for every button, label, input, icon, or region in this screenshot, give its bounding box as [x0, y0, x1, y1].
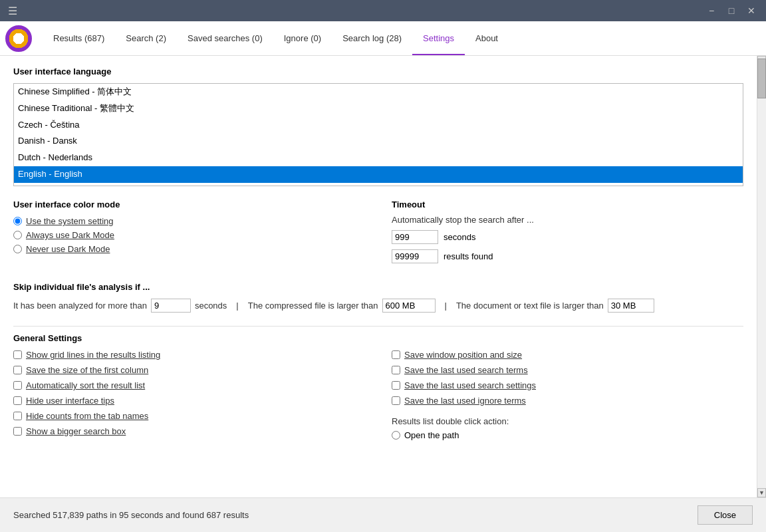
scrollbar[interactable]: ▲ ▼: [757, 56, 766, 497]
skip-document-label: The document or text file is larger than: [456, 301, 604, 311]
dbl-click-option-open_path: Open the path: [392, 430, 743, 440]
scroll-down-arrow[interactable]: ▼: [757, 488, 766, 497]
color-mode-label-dark[interactable]: Always use Dark Mode: [26, 230, 114, 240]
dbl-click-label-open_path[interactable]: Open the path: [404, 430, 459, 440]
general-cols: Show grid lines in the results listingSa…: [13, 350, 743, 444]
close-window-button[interactable]: ✕: [742, 3, 761, 18]
color-mode-section: User interface color mode Use the system…: [13, 200, 365, 269]
color-mode-radio-never_dark[interactable]: [13, 245, 22, 253]
skip-row: It has been analyzed for more than secon…: [13, 299, 743, 313]
color-mode-label-system[interactable]: Use the system setting: [26, 216, 114, 226]
checkbox[interactable]: [13, 350, 22, 359]
timeout-title: Timeout: [392, 200, 743, 209]
color-mode-radio-dark[interactable]: [13, 231, 22, 239]
language-item[interactable]: Danish - Dansk: [14, 133, 743, 150]
color-mode-dark: Always use Dark Mode: [13, 230, 365, 240]
checkbox[interactable]: [13, 427, 22, 436]
tab-about[interactable]: About: [465, 23, 509, 55]
checkbox-label[interactable]: Save the last used search settings: [404, 380, 536, 390]
language-item[interactable]: Filipino - Filipino: [14, 183, 743, 186]
skip-compressed-input[interactable]: [382, 299, 436, 313]
timeout-seconds-row: seconds: [392, 230, 743, 244]
skip-compressed-label: The compressed file is larger than: [248, 301, 378, 311]
tab-ignore[interactable]: Ignore (0): [273, 23, 332, 55]
checkbox[interactable]: [392, 350, 400, 359]
scrollbar-thumb[interactable]: [757, 59, 766, 98]
color-mode-radio-system[interactable]: [13, 217, 22, 225]
bottom-bar: Searched 517,839 paths in 95 seconds and…: [0, 497, 766, 532]
checkbox-item: Hide counts from the tab names: [13, 411, 365, 421]
checkbox-label[interactable]: Hide counts from the tab names: [26, 411, 148, 421]
checkbox-label[interactable]: Save window position and size: [404, 350, 522, 360]
language-item[interactable]: Czech - Čeština: [14, 117, 743, 134]
tab-search[interactable]: Search (2): [115, 23, 177, 55]
color-mode-label-never_dark[interactable]: Never use Dark Mode: [26, 244, 110, 254]
general-checkboxes-right: Save window position and sizeSave the la…: [392, 350, 743, 444]
titlebar: ☰ − □ ✕: [0, 0, 766, 21]
language-item[interactable]: Dutch - Nederlands: [14, 150, 743, 166]
skip-seconds-label: It has been analyzed for more than: [13, 301, 147, 311]
nav-tabs: Results (687)Search (2)Saved searches (0…: [43, 33, 509, 43]
main-content: User interface language Chinese Simplifi…: [0, 56, 757, 497]
color-mode-system: Use the system setting: [13, 216, 365, 226]
checkbox[interactable]: [13, 396, 22, 405]
checkbox-label[interactable]: Show grid lines in the results listing: [26, 350, 160, 360]
dbl-click-radio-open_path[interactable]: [392, 431, 400, 440]
timeout-seconds-input[interactable]: [392, 230, 438, 244]
checkbox-item: Show a bigger search box: [13, 426, 365, 436]
tab-settings[interactable]: Settings: [412, 23, 465, 55]
color-modes: Use the system settingAlways use Dark Mo…: [13, 216, 365, 254]
checkbox[interactable]: [13, 366, 22, 374]
timeout-results-input[interactable]: [392, 249, 438, 263]
checkbox[interactable]: [13, 412, 22, 420]
timeout-desc: Automatically stop the search after ...: [392, 215, 743, 225]
general-checkboxes-left: Show grid lines in the results listingSa…: [13, 350, 365, 442]
checkbox[interactable]: [392, 366, 400, 374]
close-button[interactable]: Close: [698, 505, 753, 525]
checkbox-label[interactable]: Automatically sort the result list: [26, 380, 145, 390]
language-item[interactable]: Chinese Simplified - 简体中文: [14, 84, 743, 100]
status-text: Searched 517,839 paths in 95 seconds and…: [13, 510, 249, 520]
tab-results[interactable]: Results (687): [43, 23, 115, 55]
language-list-container: Chinese Simplified - 简体中文Chinese Traditi…: [13, 83, 743, 186]
tab-search_log[interactable]: Search log (28): [332, 23, 412, 55]
general-title: General Settings: [13, 333, 743, 343]
checkbox-item: Save the last used ignore terms: [392, 396, 743, 406]
skip-seconds-input[interactable]: [151, 299, 191, 313]
language-list[interactable]: Chinese Simplified - 简体中文Chinese Traditi…: [14, 84, 743, 186]
timeout-results-row: results found: [392, 249, 743, 263]
checkbox-item: Show grid lines in the results listing: [13, 350, 365, 360]
skip-document-input[interactable]: [608, 299, 654, 313]
maximize-button[interactable]: □: [722, 3, 741, 18]
checkbox-item: Automatically sort the result list: [13, 380, 365, 390]
dbl-click-options: Open the path: [392, 430, 743, 440]
checkbox[interactable]: [392, 381, 400, 390]
timeout-results-label: results found: [444, 251, 493, 261]
general-right-checkboxes: Save window position and sizeSave the la…: [392, 350, 743, 406]
checkbox-label[interactable]: Save the last used ignore terms: [404, 396, 526, 406]
checkbox[interactable]: [13, 381, 22, 390]
checkbox-label[interactable]: Hide user interface tips: [26, 396, 114, 406]
language-section: User interface language Chinese Simplifi…: [13, 66, 743, 186]
menu-icon[interactable]: ☰: [5, 2, 20, 20]
checkbox-item: Save the last used search terms: [392, 365, 743, 375]
checkbox-item: Save the last used search settings: [392, 380, 743, 390]
tab-saved_searches[interactable]: Saved searches (0): [177, 23, 273, 55]
skip-sep-1: |: [236, 301, 238, 311]
skip-seconds-unit: seconds: [195, 301, 227, 311]
general-section: General Settings Show grid lines in the …: [13, 333, 743, 444]
color-mode-never_dark: Never use Dark Mode: [13, 244, 365, 254]
checkbox-label[interactable]: Save the last used search terms: [404, 365, 528, 375]
skip-section: Skip individual file's analysis if ... I…: [13, 282, 743, 313]
nav-bar: Results (687)Search (2)Saved searches (0…: [0, 21, 766, 56]
skip-sep-2: |: [445, 301, 447, 311]
checkbox-label[interactable]: Show a bigger search box: [26, 426, 126, 436]
dbl-click-section: Results list double click action: Open t…: [392, 416, 743, 440]
language-item[interactable]: Chinese Traditional - 繁體中文: [14, 100, 743, 117]
checkbox-item: Hide user interface tips: [13, 396, 365, 406]
minimize-button[interactable]: −: [702, 3, 721, 18]
checkbox-label[interactable]: Save the size of the first column: [26, 365, 148, 375]
language-item[interactable]: English - English: [14, 166, 743, 183]
checkbox[interactable]: [392, 396, 400, 405]
dbl-click-label: Results list double click action:: [392, 416, 743, 426]
